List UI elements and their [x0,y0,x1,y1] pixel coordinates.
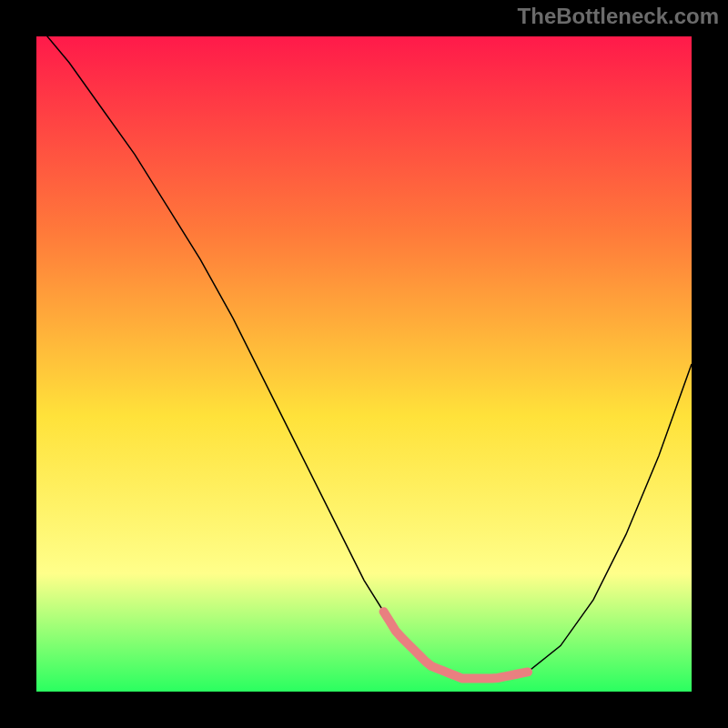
chart-frame: TheBottleneck.com [0,0,728,728]
plot-background [36,36,692,692]
plot-area [36,36,692,692]
chart-svg [36,36,692,692]
watermark-text: TheBottleneck.com [518,4,719,29]
